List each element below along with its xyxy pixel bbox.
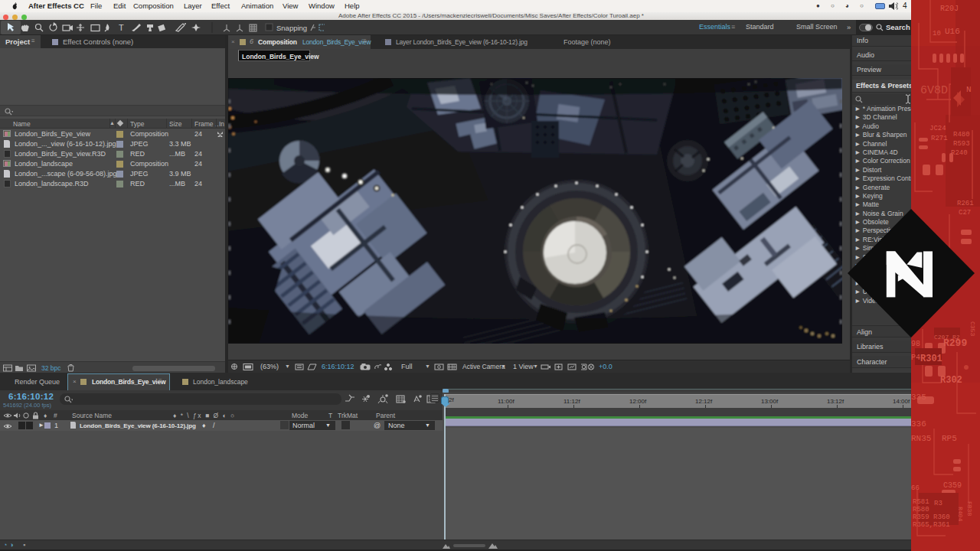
svg-text:C359: C359 <box>943 481 962 490</box>
svg-text:R271: R271 <box>931 135 948 142</box>
svg-text:P4: P4 <box>911 354 920 362</box>
svg-text:R3: R3 <box>934 500 942 507</box>
svg-text:R580: R580 <box>913 506 929 514</box>
svg-text:10: 10 <box>933 30 941 37</box>
svg-text:336: 336 <box>911 419 926 429</box>
svg-text:R240: R240 <box>951 149 968 157</box>
svg-text:R404: R404 <box>957 507 964 521</box>
svg-text:R301: R301 <box>920 354 942 364</box>
svg-text:R20J: R20J <box>940 5 959 13</box>
svg-text:T: T <box>119 23 124 32</box>
svg-text:335: 335 <box>911 393 926 402</box>
svg-text:JC24: JC24 <box>929 125 946 132</box>
svg-text:Snapping: Snapping <box>276 24 307 32</box>
svg-text:66: 66 <box>911 484 920 492</box>
svg-text:N: N <box>966 85 972 94</box>
svg-text:R581: R581 <box>913 498 929 506</box>
svg-text:R359 R360: R359 R360 <box>913 514 950 521</box>
svg-text:6V8D: 6V8D <box>920 84 948 97</box>
svg-text:R302: R302 <box>940 375 962 386</box>
svg-text:R480: R480 <box>953 131 970 139</box>
svg-text:U16: U16 <box>945 27 960 36</box>
svg-text:R593: R593 <box>953 140 970 148</box>
svg-text:RN35: RN35 <box>911 434 931 443</box>
svg-text:FB38: FB38 <box>966 501 973 516</box>
svg-text:RP5: RP5 <box>942 434 957 443</box>
svg-text:R365,R361: R365,R361 <box>913 521 950 529</box>
